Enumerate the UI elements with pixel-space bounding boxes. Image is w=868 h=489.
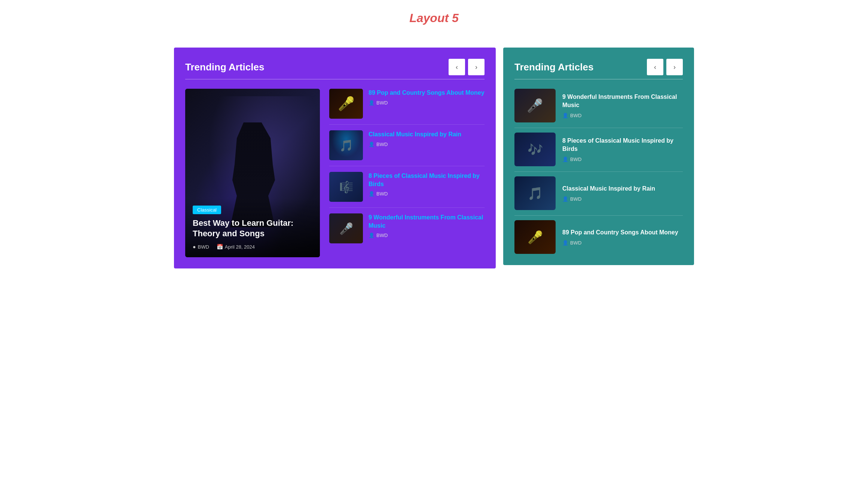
article-info-1: 89 Pop and Country Songs About Money 👤 B…	[369, 89, 485, 106]
birds-thumbnail	[329, 172, 363, 202]
left-next-button[interactable]: ›	[468, 59, 485, 75]
left-articles-list: 89 Pop and Country Songs About Money 👤 B…	[329, 89, 485, 243]
right-prev-button[interactable]: ‹	[647, 59, 663, 75]
article-title-3[interactable]: 8 Pieces of Classical Music Inspired by …	[369, 172, 485, 188]
purple-content: Classical Best Way to Learn Guitar: Theo…	[185, 89, 485, 257]
article-title-4[interactable]: 9 Wonderful Instruments From Classical M…	[369, 213, 485, 230]
calendar-icon: 📅	[217, 244, 223, 250]
article-thumb-3	[329, 172, 363, 202]
article-author-1: 👤 BWD	[369, 100, 485, 106]
article-author-3: 👤 BWD	[369, 191, 485, 197]
page-title: Layout 5	[0, 0, 868, 33]
teal-info-1: 9 Wonderful Instruments From Classical M…	[562, 93, 683, 118]
teal-author-name-4: BWD	[570, 240, 581, 246]
right-panel: Trending Articles ‹ › 9 Wonderful Instru…	[503, 48, 694, 265]
teal-thumb-3	[514, 176, 556, 210]
left-prev-button[interactable]: ‹	[449, 59, 465, 75]
left-nav-buttons: ‹ ›	[449, 59, 485, 75]
featured-author-name: BWD	[198, 244, 209, 250]
article-thumb-1	[329, 89, 363, 119]
list-item: 9 Wonderful Instruments From Classical M…	[514, 89, 683, 128]
concert-thumbnail	[329, 130, 363, 160]
teal-author-4: 👤 BWD	[562, 240, 683, 246]
teal-info-3: Classical Music Inspired by Rain 👤 BWD	[562, 185, 683, 202]
featured-meta: ● BWD 📅 April 28, 2024	[193, 244, 312, 250]
mic2-thumbnail	[514, 220, 556, 254]
article-info-2: Classical Music Inspired by Rain 👤 BWD	[369, 130, 485, 147]
singer2-thumbnail	[514, 89, 556, 122]
list-item: 89 Pop and Country Songs About Money 👤 B…	[514, 220, 683, 254]
list-item: 8 Pieces of Classical Music Inspired by …	[514, 133, 683, 172]
author-icon-1: 👤	[369, 100, 375, 106]
right-next-button[interactable]: ›	[666, 59, 683, 75]
concert2-thumbnail	[514, 133, 556, 166]
left-panel: Trending Articles ‹ › Classical B	[174, 48, 496, 268]
list-item: Classical Music Inspired by Rain 👤 BWD	[329, 130, 485, 166]
right-panel-header: Trending Articles ‹ ›	[514, 59, 683, 75]
mic-thumbnail	[329, 89, 363, 119]
list-item: 9 Wonderful Instruments From Classical M…	[329, 213, 485, 243]
featured-article[interactable]: Classical Best Way to Learn Guitar: Theo…	[185, 89, 320, 257]
teal-info-2: 8 Pieces of Classical Music Inspired by …	[562, 137, 683, 162]
teal-author-3: 👤 BWD	[562, 196, 683, 202]
category-badge: Classical	[193, 206, 221, 214]
right-articles-list: 9 Wonderful Instruments From Classical M…	[514, 89, 683, 254]
featured-date-value: April 28, 2024	[225, 244, 255, 250]
list-item: Classical Music Inspired by Rain 👤 BWD	[514, 176, 683, 216]
right-nav-buttons: ‹ ›	[647, 59, 683, 75]
author-name-1: BWD	[376, 100, 388, 106]
author-name-2: BWD	[376, 142, 388, 147]
article-author-4: 👤 BWD	[369, 233, 485, 238]
teal-author-icon-2: 👤	[562, 157, 568, 162]
layouts-container: Trending Articles ‹ › Classical B	[0, 33, 868, 283]
teal-thumb-2	[514, 133, 556, 166]
author-name-3: BWD	[376, 191, 388, 197]
teal-author-name-1: BWD	[570, 113, 581, 118]
list-item: 8 Pieces of Classical Music Inspired by …	[329, 172, 485, 208]
featured-overlay: Classical Best Way to Learn Guitar: Theo…	[185, 198, 320, 257]
teal-title-3[interactable]: Classical Music Inspired by Rain	[562, 185, 683, 193]
author-icon-3: 👤	[369, 191, 375, 197]
author-icon: ●	[193, 244, 196, 250]
teal-author-1: 👤 BWD	[562, 113, 683, 118]
article-title-1[interactable]: 89 Pop and Country Songs About Money	[369, 89, 485, 97]
article-title-2[interactable]: Classical Music Inspired by Rain	[369, 130, 485, 139]
author-name-4: BWD	[376, 233, 388, 238]
left-panel-header: Trending Articles ‹ ›	[185, 59, 485, 75]
teal-thumb-4	[514, 220, 556, 254]
teal-info-4: 89 Pop and Country Songs About Money 👤 B…	[562, 228, 683, 246]
featured-title: Best Way to Learn Guitar: Theory and Son…	[193, 218, 312, 239]
teal-author-icon-1: 👤	[562, 113, 568, 118]
teal-author-icon-4: 👤	[562, 240, 568, 246]
article-thumb-4	[329, 213, 363, 243]
teal-author-2: 👤 BWD	[562, 157, 683, 162]
author-icon-2: 👤	[369, 142, 375, 147]
rain-thumbnail	[514, 176, 556, 210]
teal-thumb-1	[514, 89, 556, 122]
featured-author: ● BWD	[193, 244, 209, 250]
left-divider	[185, 79, 485, 79]
teal-author-icon-3: 👤	[562, 196, 568, 202]
article-info-3: 8 Pieces of Classical Music Inspired by …	[369, 172, 485, 197]
right-divider	[514, 79, 683, 79]
author-icon-4: 👤	[369, 233, 375, 238]
article-info-4: 9 Wonderful Instruments From Classical M…	[369, 213, 485, 238]
list-item: 89 Pop and Country Songs About Money 👤 B…	[329, 89, 485, 125]
teal-title-2[interactable]: 8 Pieces of Classical Music Inspired by …	[562, 137, 683, 153]
featured-image: Classical Best Way to Learn Guitar: Theo…	[185, 89, 320, 257]
teal-author-name-2: BWD	[570, 157, 581, 162]
singer-thumbnail	[329, 213, 363, 243]
article-thumb-2	[329, 130, 363, 160]
teal-title-4[interactable]: 89 Pop and Country Songs About Money	[562, 228, 683, 237]
teal-author-name-3: BWD	[570, 196, 581, 202]
teal-title-1[interactable]: 9 Wonderful Instruments From Classical M…	[562, 93, 683, 109]
featured-date: 📅 April 28, 2024	[217, 244, 255, 250]
right-panel-title: Trending Articles	[514, 61, 593, 73]
article-author-2: 👤 BWD	[369, 142, 485, 147]
left-panel-title: Trending Articles	[185, 61, 264, 73]
